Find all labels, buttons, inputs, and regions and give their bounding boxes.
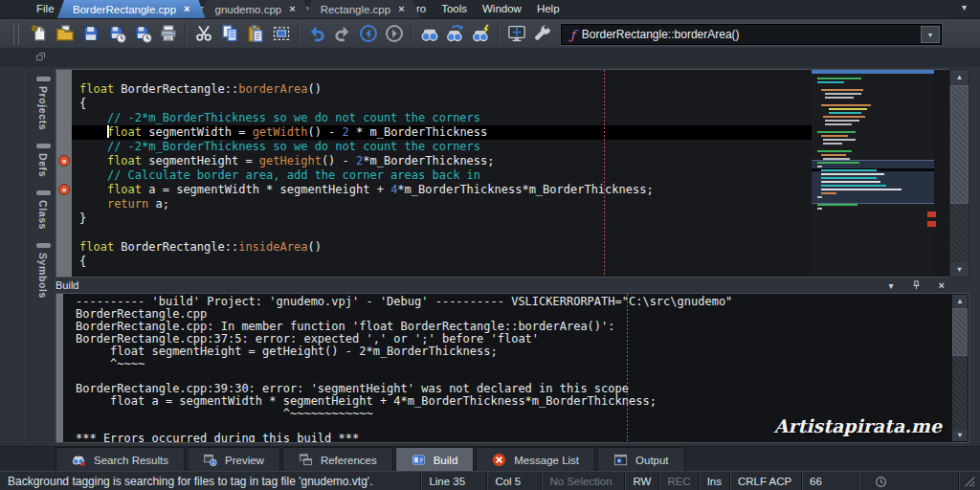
build-output[interactable]: ---------- 'build' Project: 'gnudemo.vpj… [56,293,969,443]
code-line[interactable]: { [72,97,812,111]
code-line[interactable]: // -2*m_BorderThickness so we do not cou… [72,111,812,125]
status-record[interactable]: REC [658,472,698,490]
open-file-button[interactable] [52,21,78,47]
code-area[interactable]: float BorderRectangle::borderArea(){ // … [72,70,812,277]
print-button[interactable] [155,21,181,47]
tool-tab-search-results[interactable]: Search Results [56,447,185,472]
select-block-button[interactable] [268,21,294,47]
sidebar-tab-label: Class [37,200,49,230]
clock-icon[interactable] [858,472,902,490]
code-line[interactable]: float segmentHeight = getHeight() - 2*m_… [72,154,812,168]
nav-forward-button[interactable] [381,21,407,47]
code-line[interactable]: { [72,255,812,269]
error-mark [927,221,936,227]
scrollbar-thumb[interactable] [950,85,969,204]
error-marker-icon[interactable]: × [58,184,70,195]
code-line[interactable]: // Calculate border area, add the corner… [72,168,812,183]
open-file-icon [56,24,75,43]
tool-tab-message-list[interactable]: Message List [476,447,595,472]
tool-tab-build[interactable]: Build [395,447,475,472]
status-value[interactable]: 66 [801,472,858,490]
editor-scrollbar[interactable]: ▲ ▼ [949,69,969,278]
find-button[interactable] [416,21,442,47]
paste-button[interactable] [242,21,268,47]
minimap-row [825,93,861,95]
close-icon[interactable]: × [939,279,945,291]
status-insert-mode[interactable]: Ins [699,472,729,490]
resize-grip[interactable] [958,472,980,490]
panel-dropdown-icon[interactable]: ▾ [889,280,894,291]
status-selection[interactable]: No Selection [541,472,624,490]
close-icon[interactable]: × [289,4,295,14]
code-line[interactable]: float BorderRectangle::insideArea() [72,240,812,255]
find-in-files-button[interactable] [468,21,494,47]
copy-button[interactable] [216,21,242,47]
editor-gutter[interactable]: ×× [56,70,72,277]
tab-overflow-icon[interactable]: ▾ [962,2,967,12]
cut-button[interactable] [190,21,216,47]
sidebar-tab-projects[interactable]: Projects [36,67,51,130]
minimap-row [821,104,871,106]
code-line[interactable]: } [72,212,812,226]
redo-button[interactable] [329,21,355,47]
minimap-row [825,123,852,125]
build-panel-title: Build [56,279,78,291]
code-line[interactable]: float a = segmentWidth * segmentHeight +… [72,183,812,197]
symbol-combo[interactable]: ƒ BorderRectangle::borderArea() ▾ [561,24,942,45]
scrollbar-thumb[interactable] [952,308,968,356]
save-all-button[interactable] [129,21,155,47]
nav-back-button[interactable] [355,21,381,47]
dock-grip-icon[interactable] [34,51,47,63]
save-timestamp-icon [107,24,126,43]
build-output-line[interactable]: ---------- 'build' Project: 'gnudemo.vpj… [76,296,951,308]
code-line[interactable]: // -2*m_BorderThickness so we do not cou… [72,140,812,154]
options-button[interactable] [529,21,555,47]
scroll-up-icon[interactable]: ▲ [950,70,969,84]
code-line[interactable]: float BorderRectangle::borderArea() [72,82,812,97]
status-col[interactable]: Col 5 [486,472,541,490]
fullscreen-button[interactable] [503,21,529,47]
code-line[interactable]: return a; [72,197,812,212]
current-code-line[interactable]: float segmentWidth = getWidth() - 2 * m_… [72,125,812,140]
combo-dropdown-button[interactable]: ▾ [921,26,940,43]
save-button[interactable] [78,21,103,47]
code-line[interactable] [72,226,812,240]
editor-tab-Rectangle.cpp[interactable]: Rectangle.cpp× [305,0,420,18]
find-next-button[interactable] [442,21,468,47]
sidebar-tab-class[interactable]: Class [36,181,51,230]
menu-item-help[interactable]: Help [529,0,568,18]
menu-item-tools[interactable]: Tools [434,0,475,18]
editor-tab-gnudemo.cpp[interactable]: gnudemo.cpp× [199,0,310,18]
build-output-line[interactable]: ^~~~~ [76,358,951,370]
undo-button[interactable] [303,21,329,47]
sidebar-tab-defs[interactable]: Defs [36,134,51,177]
build-output-line[interactable]: float segmentHeight = getHeight() - 2*m_… [76,345,951,358]
save-timestamp-button[interactable] [103,21,129,47]
close-icon[interactable]: × [184,4,189,14]
editor-tab-BorderRectangle.cpp[interactable]: BorderRectangle.cpp× [57,0,205,18]
minimap[interactable] [812,70,934,277]
scroll-down-icon[interactable]: ▼ [952,429,968,441]
minimap-row [829,112,861,114]
status-line[interactable]: Line 35 [420,472,486,490]
scroll-up-icon[interactable]: ▲ [952,295,968,307]
tab-label: Rectangle.cpp [321,4,391,15]
minimap-row [817,166,822,167]
redo-icon [333,24,352,43]
build-scrollbar[interactable]: ▲ ▼ [952,295,968,441]
tool-tab-preview[interactable]: Preview [187,447,280,472]
pin-icon[interactable] [911,279,922,291]
scroll-down-icon[interactable]: ▼ [950,262,969,277]
new-file-button[interactable] [26,21,52,47]
close-icon[interactable]: × [398,4,404,14]
toolbar-separator [411,23,412,44]
sidebar-tab-symbols[interactable]: Symbols [36,234,51,299]
sidebar-tab-label: Defs [37,153,49,177]
tool-tab-references[interactable]: References [282,447,393,472]
toolbar-separator [498,23,500,44]
status-line-ending[interactable]: CRLF ACP [729,472,801,490]
status-readwrite[interactable]: RW [624,472,658,490]
error-marker-icon[interactable]: × [58,155,70,167]
menu-item-window[interactable]: Window [475,0,529,18]
tool-tab-output[interactable]: Output [597,447,685,472]
